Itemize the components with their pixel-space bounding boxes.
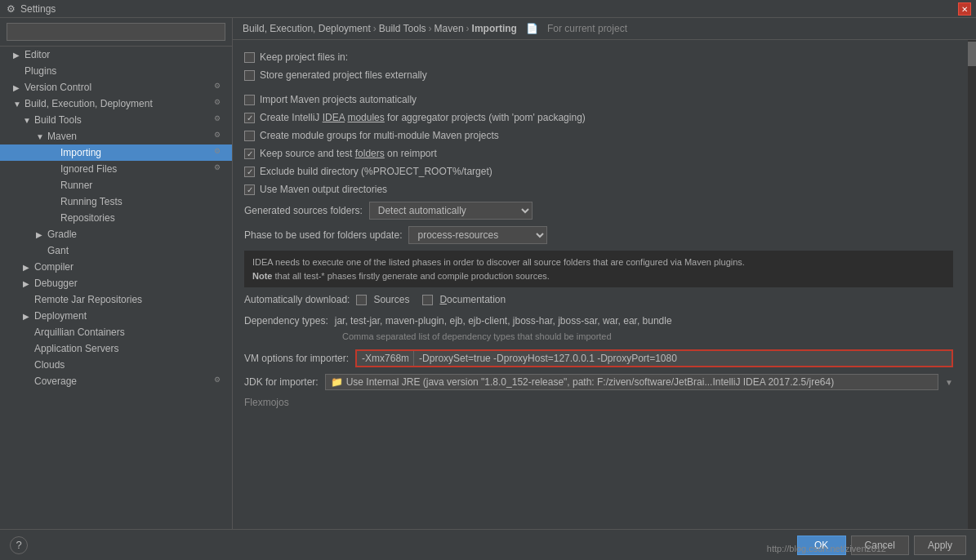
arrow-icon: ▼ [23,116,33,125]
breadcrumb-current: Importing [472,23,517,34]
arrow-icon: ▶ [13,83,23,92]
chevron-down-icon: ▼ [945,378,953,387]
sidebar-item-label: Application Servers [34,343,225,354]
sidebar-item-label: Build, Execution, Deployment [25,98,214,109]
title-bar: ⚙ Settings ✕ [0,0,976,18]
folder-icon: 📁 [331,376,343,388]
documentation-label: Documentation [439,294,506,305]
phase-select[interactable]: process-resources generate-sources gener… [408,226,547,244]
sidebar-item-label: Importing [60,147,214,158]
arrow-icon: ▶ [23,263,33,272]
sidebar-item-label: Runner [60,180,225,191]
phase-row: Phase to be used for folders update: pro… [244,223,953,247]
phase-label: Phase to be used for folders update: [244,229,402,241]
settings-icon: ⚙ [214,376,225,387]
sidebar-item-remote-jar[interactable]: Remote Jar Repositories [0,291,232,308]
generated-sources-select[interactable]: Detect automatically Generate sources ro… [369,202,533,220]
sidebar-item-plugins[interactable]: Plugins [0,63,232,79]
breadcrumb-for-project: For current project [547,23,627,34]
scrollbar[interactable] [968,40,976,529]
breadcrumb-icon: 📄 [526,23,538,34]
sidebar-item-ignored-files[interactable]: Ignored Files ⚙ [0,161,232,177]
settings-icon: ⚙ [7,3,16,15]
jdk-text: Use Internal JRE (java version "1.8.0_15… [346,376,834,388]
sidebar-item-gradle[interactable]: ▶ Gradle [0,226,232,242]
auto-download-row: Automatically download: Sources Document… [244,291,953,309]
checkbox-create-module-groups[interactable] [244,131,255,141]
search-input[interactable] [7,23,225,41]
sources-label: Sources [373,294,409,305]
sidebar-item-app-servers[interactable]: Application Servers [0,340,232,357]
sidebar-item-gant[interactable]: Gant [0,242,232,259]
jdk-label: JDK for importer: [244,376,319,388]
checkbox-store-generated[interactable] [244,70,255,81]
search-bar [0,18,232,47]
dep-types-section: Dependency types: jar, test-jar, maven-p… [244,309,953,346]
sidebar-item-debugger[interactable]: ▶ Debugger [0,275,232,291]
generated-sources-row: Generated sources folders: Detect automa… [244,198,953,223]
checkbox-documentation[interactable] [422,295,433,305]
generated-sources-label: Generated sources folders: [244,205,363,216]
auto-download-label: Automatically download: [244,294,350,305]
sidebar-item-label: Arquillian Containers [34,327,225,338]
arrow-icon: ▶ [36,230,46,239]
apply-button[interactable]: Apply [914,536,966,555]
info-line2: Note that all test-* phases firstly gene… [252,269,945,283]
help-button[interactable]: ? [10,536,28,554]
settings-icon: ⚙ [214,131,225,142]
sidebar-item-running-tests[interactable]: Running Tests [0,193,232,210]
checkbox-create-intellij[interactable] [244,113,255,123]
sidebar-item-label: Version Control [25,82,214,93]
sidebar-item-label: Editor [25,49,225,60]
breadcrumb-part: Maven [435,23,464,34]
setting-import-maven: Import Maven projects automatically [244,91,953,109]
sidebar-item-deployment[interactable]: ▶ Deployment [0,308,232,324]
settings-icon: ⚙ [214,147,225,158]
title-bar-text: Settings [20,3,56,15]
sidebar-item-label: Coverage [34,376,214,387]
dep-types-row: Dependency types: jar, test-jar, maven-p… [244,312,953,330]
sidebar-item-importing[interactable]: Importing ⚙ [0,144,232,161]
sidebar-item-label: Gant [47,245,225,256]
checkbox-keep-project-files[interactable] [244,52,255,63]
sidebar-item-version-control[interactable]: ▶ Version Control ⚙ [0,79,232,96]
settings-icon: ⚙ [214,98,225,109]
sidebar-item-label: Gradle [47,229,225,240]
sidebar-item-maven[interactable]: ▼ Maven ⚙ [0,128,232,144]
sidebar-item-label: Compiler [34,261,225,273]
watermark: http://blog.csdn.net/ziven2012 [767,544,886,553]
vm-suffix-input[interactable] [414,351,951,366]
checkbox-sources[interactable] [356,295,367,305]
breadcrumb: Build, Execution, Deployment › Build Too… [233,18,976,40]
close-button[interactable]: ✕ [958,2,971,16]
checkbox-keep-source[interactable] [244,149,255,159]
checkbox-exclude-build[interactable] [244,167,255,177]
sidebar-item-label: Deployment [34,310,225,322]
sidebar-item-coverage[interactable]: Coverage ⚙ [0,373,232,389]
setting-keep-source: Keep source and test folders on reimport [244,144,953,162]
sidebar-item-build-tools[interactable]: ▼ Build Tools ⚙ [0,112,232,128]
arrow-icon: ▶ [13,51,23,60]
settings-icon: ⚙ [214,163,225,175]
sidebar: ▶ Editor Plugins ▶ Version Control ⚙ ▼ B… [0,18,233,529]
sidebar-item-runner[interactable]: Runner [0,177,232,193]
sidebar-item-editor[interactable]: ▶ Editor [0,47,232,63]
info-box: IDEA needs to execute one of the listed … [244,251,953,287]
setting-exclude-build: Exclude build directory (%PROJECT_ROOT%/… [244,162,953,180]
settings-panel: Keep project files in: Store generated p… [233,40,968,529]
checkbox-use-maven-output[interactable] [244,184,255,195]
scrollbar-thumb[interactable] [968,42,976,66]
vm-options-row: VM options for importer: [244,346,953,371]
sidebar-item-label: Ignored Files [60,163,214,175]
sidebar-item-label: Plugins [25,65,225,77]
sidebar-item-clouds[interactable]: Clouds [0,357,232,373]
sidebar-item-build-execution[interactable]: ▼ Build, Execution, Deployment ⚙ [0,96,232,112]
vm-prefix-input[interactable] [357,351,414,366]
sidebar-item-compiler[interactable]: ▶ Compiler [0,259,232,275]
sidebar-item-repositories[interactable]: Repositories [0,210,232,226]
content-panel: Build, Execution, Deployment › Build Too… [233,18,976,529]
sidebar-item-arquillian[interactable]: Arquillian Containers [0,324,232,340]
sidebar-item-label: Build Tools [34,114,214,126]
sidebar-item-label: Clouds [34,359,225,371]
checkbox-import-maven[interactable] [244,95,255,105]
